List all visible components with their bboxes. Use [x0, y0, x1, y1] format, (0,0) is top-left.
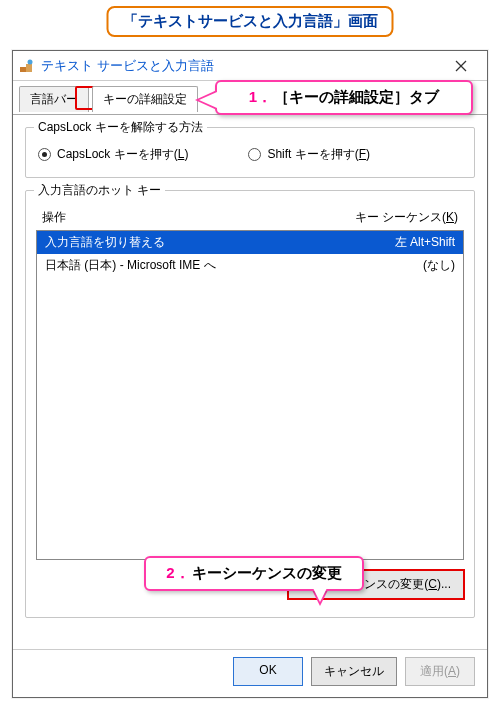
radio-press-shift[interactable]: Shift キーを押す(F)	[248, 146, 370, 163]
hotkey-listbox[interactable]: 入力言語を切り替える 左 Alt+Shift 日本語 (日本) - Micros…	[36, 230, 464, 560]
list-item-sequence: 左 Alt+Shift	[365, 234, 455, 251]
annotation-callout-2: 2．キーシーケンスの変更	[144, 556, 364, 591]
annotation-callout-1-text: ［キーの詳細設定］タブ	[274, 88, 439, 105]
apply-button[interactable]: 適用(A)	[405, 657, 475, 686]
window-title: テキスト サービスと入力言語	[41, 57, 441, 75]
apply-button-label: 適用(A)	[420, 664, 460, 678]
tab-advanced-key-settings[interactable]: キーの詳細設定	[92, 86, 198, 112]
cancel-button[interactable]: キャンセル	[311, 657, 397, 686]
radio-press-capslock[interactable]: CapsLock キーを押す(L)	[38, 146, 188, 163]
tab-advanced-key-settings-label: キーの詳細設定	[103, 92, 187, 106]
list-item-operation: 入力言語を切り替える	[45, 234, 365, 251]
explain-banner-text: 「テキストサービスと入力言語」画面	[123, 12, 378, 29]
list-item-operation: 日本語 (日本) - Microsoft IME へ	[45, 257, 365, 274]
svg-rect-0	[20, 67, 26, 72]
radio-icon	[248, 148, 261, 161]
svg-point-2	[28, 59, 33, 64]
hotkey-list-header: 操作 キー シーケンス(K)	[36, 205, 464, 230]
titlebar: テキスト サービスと入力言語	[13, 51, 487, 81]
dialog-button-row: OK キャンセル 適用(A)	[233, 657, 475, 686]
annotation-callout-1-tail-fill	[199, 92, 217, 108]
hotkey-group-legend: 入力言語のホット キー	[34, 182, 165, 199]
annotation-callout-1: 1．［キーの詳細設定］タブ	[215, 80, 473, 115]
radio-icon	[38, 148, 51, 161]
list-item[interactable]: 日本語 (日本) - Microsoft IME へ (なし)	[37, 254, 463, 277]
list-item[interactable]: 入力言語を切り替える 左 Alt+Shift	[37, 231, 463, 254]
app-icon	[19, 58, 35, 74]
text-services-dialog: テキスト サービスと入力言語 言語バー キーの詳細設定	[12, 50, 488, 698]
list-item-sequence: (なし)	[365, 257, 455, 274]
capslock-group: CapsLock キーを解除する方法 CapsLock キーを押す(L) Shi…	[25, 127, 475, 178]
ok-button-label: OK	[259, 663, 276, 677]
annotation-callout-2-text: キーシーケンスの変更	[192, 564, 342, 581]
cancel-button-label: キャンセル	[324, 664, 384, 678]
tab-language-bar[interactable]: 言語バー	[19, 86, 89, 112]
column-key-sequence: キー シーケンス(K)	[355, 209, 458, 226]
close-icon	[455, 60, 467, 72]
close-button[interactable]	[441, 52, 481, 80]
ok-button[interactable]: OK	[233, 657, 303, 686]
radio-press-capslock-label: CapsLock キーを押す(L)	[57, 146, 188, 163]
tab-language-bar-label: 言語バー	[30, 92, 78, 106]
svg-rect-1	[26, 64, 32, 72]
separator	[13, 649, 487, 650]
hotkey-group: 入力言語のホット キー 操作 キー シーケンス(K) 入力言語を切り替える 左 …	[25, 190, 475, 618]
radio-press-shift-label: Shift キーを押す(F)	[267, 146, 370, 163]
annotation-callout-2-tail-fill	[312, 586, 328, 602]
annotation-callout-2-lead: 2．	[166, 564, 189, 581]
explain-banner: 「テキストサービスと入力言語」画面	[107, 6, 394, 37]
tab-panel-advanced-key-settings: CapsLock キーを解除する方法 CapsLock キーを押す(L) Shi…	[13, 114, 487, 696]
annotation-callout-1-lead: 1．	[249, 88, 272, 105]
column-operation: 操作	[42, 209, 355, 226]
capslock-group-legend: CapsLock キーを解除する方法	[34, 119, 207, 136]
